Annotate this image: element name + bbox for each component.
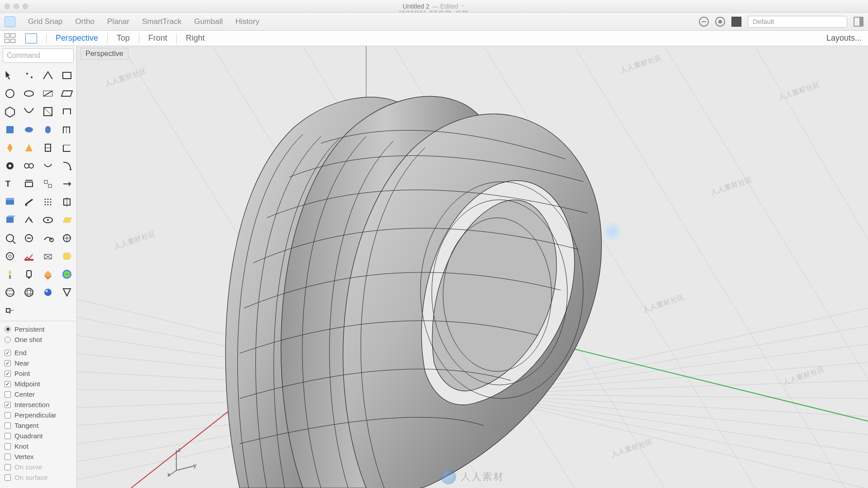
tab-top[interactable]: Top: [117, 33, 130, 43]
toggle-history[interactable]: History: [236, 17, 259, 26]
tool-button-37[interactable]: [20, 230, 38, 247]
tool-button-14[interactable]: [39, 121, 57, 138]
tab-front[interactable]: Front: [148, 33, 167, 43]
tool-button-19[interactable]: [58, 139, 76, 156]
tool-button-47[interactable]: [58, 266, 76, 283]
command-input[interactable]: Command: [3, 48, 74, 63]
osnap-mode-one-shot[interactable]: One shot: [5, 334, 72, 345]
tool-button-27[interactable]: [58, 175, 76, 192]
tool-button-39[interactable]: [58, 230, 76, 247]
tool-button-35[interactable]: [58, 211, 76, 229]
tool-button-32[interactable]: [1, 211, 19, 229]
viewport[interactable]: Perspective: [77, 46, 868, 488]
toggle-ortho[interactable]: Ortho: [75, 17, 95, 26]
single-view-icon[interactable]: [25, 33, 37, 43]
tool-button-13[interactable]: [20, 121, 38, 138]
osnap-mode-persistent[interactable]: Persistent: [5, 324, 72, 334]
osnap-option-perpendicular[interactable]: Perpendicular: [5, 410, 72, 420]
tool-button-8[interactable]: [1, 103, 19, 120]
tool-button-15[interactable]: [58, 121, 76, 138]
tool-button-31[interactable]: [58, 193, 76, 211]
tool-button-26[interactable]: [39, 175, 57, 192]
osnap-option-near[interactable]: Near: [5, 358, 72, 368]
app-icon[interactable]: [5, 16, 15, 27]
axis-x-label: x: [167, 471, 170, 478]
tool-button-1[interactable]: [20, 67, 38, 84]
tool-button-17[interactable]: [20, 139, 38, 156]
record-icon[interactable]: [699, 17, 709, 27]
tab-perspective[interactable]: Perspective: [56, 33, 98, 43]
tool-button-43[interactable]: [58, 248, 76, 265]
checkbox-icon: [5, 443, 11, 450]
osnap-option-vertex[interactable]: Vertex: [5, 451, 72, 462]
osnap-option-center[interactable]: Center: [5, 389, 72, 399]
tool-button-44[interactable]: [1, 266, 19, 283]
tool-button-16[interactable]: [1, 139, 19, 156]
minimize-icon[interactable]: [14, 4, 19, 9]
svg-point-29: [50, 199, 51, 200]
tool-button-21[interactable]: [20, 157, 38, 174]
osnap-option-midpoint[interactable]: Midpoint: [5, 379, 72, 389]
osnap-option-tangent[interactable]: Tangent: [5, 420, 72, 431]
tool-button-5[interactable]: [20, 85, 38, 102]
tool-button-29[interactable]: [20, 193, 38, 211]
svg-point-32: [50, 202, 51, 203]
radio-icon: [5, 337, 11, 343]
tool-button-20[interactable]: [1, 157, 19, 174]
svg-point-42: [6, 235, 14, 242]
tool-button-52[interactable]: [1, 302, 19, 319]
toggle-gumball[interactable]: Gumball: [194, 17, 222, 26]
svg-line-83: [665, 46, 868, 453]
tool-button-25[interactable]: [20, 175, 38, 192]
osnap-option-point[interactable]: Point: [5, 368, 72, 379]
tool-button-30[interactable]: [39, 193, 57, 211]
tool-button-22[interactable]: [39, 157, 57, 174]
tool-button-0[interactable]: [1, 67, 19, 84]
tool-button-2[interactable]: [39, 67, 57, 84]
tool-button-6[interactable]: [39, 85, 57, 102]
toggle-planar[interactable]: Planar: [107, 17, 129, 26]
target-icon[interactable]: [715, 17, 725, 27]
tool-button-7[interactable]: [58, 85, 76, 102]
tool-button-33[interactable]: [20, 211, 38, 229]
toggle-right-panel-icon[interactable]: [854, 17, 863, 27]
tab-right[interactable]: Right: [186, 33, 205, 43]
osnap-option-intersection[interactable]: Intersection: [5, 399, 72, 410]
tool-button-45[interactable]: [20, 266, 38, 283]
tool-button-24[interactable]: T: [1, 175, 19, 192]
tool-button-18[interactable]: [39, 139, 57, 156]
tool-button-34[interactable]: [39, 211, 57, 229]
tool-button-28[interactable]: [1, 193, 19, 211]
zoom-icon[interactable]: [23, 4, 28, 9]
tool-button-42[interactable]: [39, 248, 57, 265]
tool-button-50[interactable]: [39, 284, 57, 301]
tool-button-9[interactable]: [20, 103, 38, 120]
osnap-option-quadrant[interactable]: Quadrant: [5, 431, 72, 441]
toggle-grid-snap[interactable]: Grid Snap: [28, 17, 63, 26]
osnap-option-end[interactable]: End: [5, 347, 72, 358]
tool-button-23[interactable]: [58, 157, 76, 174]
tool-button-38[interactable]: [39, 230, 57, 247]
tool-button-41[interactable]: [20, 248, 38, 265]
tool-button-3[interactable]: [58, 67, 76, 84]
tool-button-40[interactable]: [1, 248, 19, 265]
tool-button-46[interactable]: [39, 266, 57, 283]
close-icon[interactable]: [5, 4, 10, 9]
tool-button-49[interactable]: [20, 284, 38, 301]
tool-button-48[interactable]: [1, 284, 19, 301]
toggle-smarttrack[interactable]: SmartTrack: [142, 17, 181, 26]
layer-color-swatch[interactable]: [731, 17, 741, 27]
checkbox-icon: [5, 371, 11, 377]
osnap-option-knot[interactable]: Knot: [5, 441, 72, 451]
tool-button-10[interactable]: [39, 103, 57, 120]
tool-button-4[interactable]: [1, 85, 19, 102]
viewport-label[interactable]: Perspective: [80, 48, 128, 60]
tool-button-12[interactable]: [1, 121, 19, 138]
svg-point-28: [47, 199, 48, 200]
tool-button-36[interactable]: [1, 230, 19, 247]
tool-button-11[interactable]: [58, 103, 76, 120]
layer-selector[interactable]: Default: [748, 16, 847, 28]
tool-button-51[interactable]: [58, 284, 76, 301]
four-view-icon[interactable]: [5, 33, 16, 43]
layouts-button[interactable]: Layouts...: [826, 33, 862, 43]
